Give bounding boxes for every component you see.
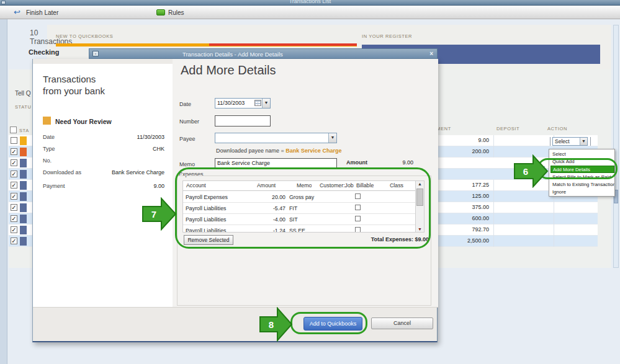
field-label: Type	[43, 146, 55, 152]
account-name: Checking	[29, 48, 60, 56]
number-field[interactable]	[215, 115, 271, 127]
status-chip	[20, 159, 27, 167]
need-review-label: Need Your Review	[55, 118, 112, 125]
payee-dropdown[interactable]: ▼	[215, 133, 337, 143]
cancel-button[interactable]: Cancel	[371, 317, 433, 329]
field-label: No.	[43, 158, 52, 164]
chevron-down-icon[interactable]: ▼	[328, 133, 336, 143]
annotation-circle-8	[290, 312, 367, 334]
field-label: Downloaded as	[43, 169, 81, 175]
field-no: No.	[43, 158, 164, 164]
annotation-step-8: 8	[262, 307, 281, 342]
close-icon[interactable]: ×	[429, 50, 433, 57]
memo-label: Memo	[179, 161, 195, 167]
dialog-heading: Add More Details	[181, 63, 276, 78]
calendar-icon[interactable]	[254, 100, 261, 106]
memo-value: Bank Service Charge	[217, 160, 270, 166]
window-title: Transactions List	[0, 0, 620, 4]
action-column-header: ACTION	[547, 126, 567, 131]
app-window: Transactions List ↩ Finish Later Rules 1…	[0, 0, 620, 364]
amount-label: Amount	[346, 159, 367, 166]
rules-button[interactable]: Rules	[154, 7, 187, 17]
field-label: Date	[43, 134, 55, 140]
chevron-down-icon: ▼	[580, 138, 587, 145]
payment-amount: 177.25	[437, 182, 489, 188]
dialog-title: Transaction Details - Add More Details	[182, 51, 283, 58]
row-checkbox[interactable]: ✓	[11, 237, 17, 244]
row-checkbox[interactable]: ✓	[11, 204, 17, 211]
payment-amount: 9.00	[437, 137, 489, 143]
payment-amount: 200.00	[437, 148, 489, 154]
number-label: Number	[179, 118, 199, 125]
tab-new-to-quickbooks[interactable]: NEW TO QUICKBOOKS	[56, 33, 113, 39]
payee-label: Payee	[179, 136, 195, 142]
status-chip	[20, 170, 27, 179]
left-panel-heading: Transactions from your bank	[43, 73, 105, 97]
field-value: 9.00	[153, 183, 164, 189]
rules-icon	[156, 9, 165, 16]
date-label: Date	[179, 101, 191, 107]
annotation-circle-7	[175, 167, 431, 249]
transaction-count: 10	[30, 29, 38, 37]
menu-item-select[interactable]: Select	[550, 151, 614, 158]
downloaded-payee-name: Bank Service Charge	[285, 148, 341, 154]
heading-line2: from your bank	[43, 85, 105, 97]
back-arrow-icon: ↩	[14, 9, 23, 16]
row-checkbox[interactable]: ✓	[11, 159, 17, 166]
payment-amount: 375.00	[437, 204, 489, 210]
dialog-system-icon[interactable]: ▫	[92, 51, 99, 56]
menu-item-match-existing[interactable]: Match to Existing Transaction	[550, 181, 614, 189]
annotation-step-6: 6	[516, 154, 535, 188]
finish-later-label: Finish Later	[26, 9, 58, 16]
heading-line1: Transactions	[43, 73, 105, 85]
field-value: CHK	[153, 146, 164, 152]
menu-item-ignore[interactable]: Ignore	[550, 189, 614, 196]
select-all-checkbox[interactable]	[10, 127, 17, 133]
status-chip	[20, 215, 27, 223]
row-checkbox[interactable]: ✓	[11, 148, 17, 155]
date-field[interactable]: 11/30/2003 ▼	[215, 98, 271, 109]
action-select-value: Select	[555, 138, 570, 144]
downloaded-payee-note: Downloaded payee name = Bank Service Cha…	[216, 148, 341, 154]
row-checkbox[interactable]: ✓	[11, 193, 17, 200]
deposit-column-header: DEPOSIT	[496, 126, 519, 131]
footer-separator	[33, 307, 438, 308]
rules-label: Rules	[168, 9, 184, 16]
field-date: Date 11/30/2003	[43, 134, 164, 140]
chevron-down-icon[interactable]: ▼	[262, 99, 270, 108]
payment-amount: 600.00	[437, 215, 489, 221]
row-checkbox[interactable]: ✓	[11, 215, 17, 222]
finish-later-button[interactable]: ↩ Finish Later	[11, 7, 61, 17]
annotation-circle-6	[537, 158, 618, 179]
dialog-titlebar[interactable]: ▫ Transaction Details - Add More Details…	[89, 48, 438, 59]
status-chip	[20, 226, 27, 234]
dialog-left-panel: Transactions from your bank Need Your Re…	[33, 64, 173, 307]
status-label-fragment: STATU	[15, 104, 33, 110]
need-review-status-icon	[43, 117, 51, 125]
status-chip	[20, 148, 27, 156]
status-chip	[20, 181, 27, 190]
field-payment: Payment 9.00	[43, 183, 164, 189]
payment-amount: 125.00	[437, 193, 489, 199]
row-checkbox[interactable]: ✓	[11, 171, 17, 177]
row-checkbox[interactable]	[11, 137, 17, 144]
field-value: 11/30/2003	[137, 134, 164, 140]
page-scrollbar[interactable]	[613, 25, 619, 268]
status-column-header-fragment: STA	[19, 128, 29, 133]
tab-in-your-register[interactable]: IN YOUR REGISTER	[362, 33, 412, 39]
annotation-arrow-7: 7	[142, 197, 177, 231]
toolbar: ↩ Finish Later Rules	[0, 6, 620, 19]
date-value: 11/30/2003	[217, 100, 245, 106]
row-checkbox[interactable]: ✓	[11, 182, 17, 189]
window-titlebar: Transactions List	[0, 0, 620, 6]
row-checkbox[interactable]: ✓	[11, 226, 17, 233]
new-tab-progress-bar-red	[209, 43, 357, 46]
field-value: Bank Service Charge	[112, 169, 164, 175]
annotation-arrow-6: 6	[514, 154, 549, 188]
action-select-dropdown[interactable]: Select ▼	[552, 137, 588, 146]
annotation-step-7: 7	[145, 197, 163, 231]
tell-quickbooks-text-fragment: Tell Q	[15, 90, 33, 97]
left-sidebar-strip	[0, 19, 7, 364]
status-chip	[20, 203, 27, 212]
amount-value: 9.00	[384, 159, 413, 166]
